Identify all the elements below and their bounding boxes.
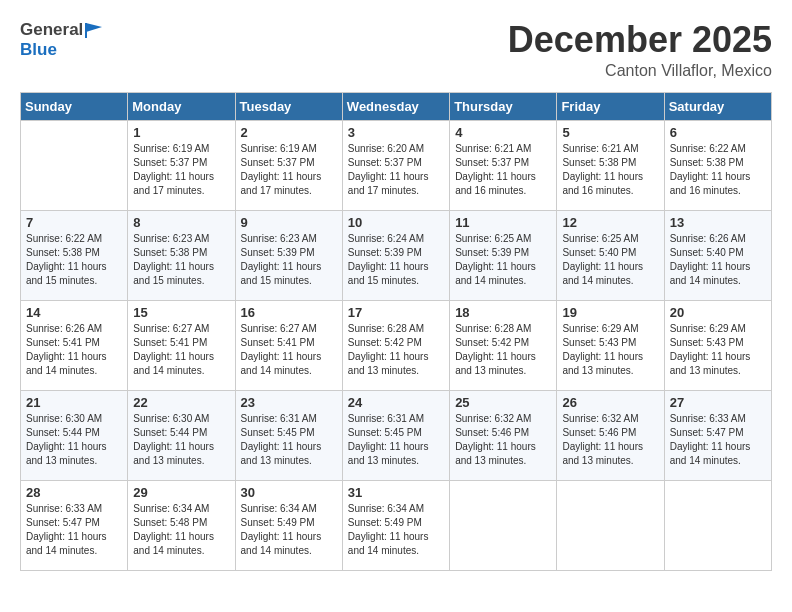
day-number: 15 (133, 305, 229, 320)
day-number: 23 (241, 395, 337, 410)
day-info: Sunrise: 6:29 AMSunset: 5:43 PMDaylight:… (562, 322, 658, 378)
day-number: 12 (562, 215, 658, 230)
calendar-cell (21, 120, 128, 210)
calendar-cell: 9Sunrise: 6:23 AMSunset: 5:39 PMDaylight… (235, 210, 342, 300)
day-number: 18 (455, 305, 551, 320)
day-info: Sunrise: 6:27 AMSunset: 5:41 PMDaylight:… (241, 322, 337, 378)
day-info: Sunrise: 6:32 AMSunset: 5:46 PMDaylight:… (562, 412, 658, 468)
day-number: 21 (26, 395, 122, 410)
calendar-cell: 24Sunrise: 6:31 AMSunset: 5:45 PMDayligh… (342, 390, 449, 480)
calendar-cell: 3Sunrise: 6:20 AMSunset: 5:37 PMDaylight… (342, 120, 449, 210)
calendar-cell: 18Sunrise: 6:28 AMSunset: 5:42 PMDayligh… (450, 300, 557, 390)
day-number: 17 (348, 305, 444, 320)
location-title: Canton Villaflor, Mexico (508, 62, 772, 80)
calendar-cell: 6Sunrise: 6:22 AMSunset: 5:38 PMDaylight… (664, 120, 771, 210)
day-info: Sunrise: 6:19 AMSunset: 5:37 PMDaylight:… (133, 142, 229, 198)
day-number: 19 (562, 305, 658, 320)
day-info: Sunrise: 6:31 AMSunset: 5:45 PMDaylight:… (241, 412, 337, 468)
day-info: Sunrise: 6:20 AMSunset: 5:37 PMDaylight:… (348, 142, 444, 198)
calendar-cell: 17Sunrise: 6:28 AMSunset: 5:42 PMDayligh… (342, 300, 449, 390)
day-number: 7 (26, 215, 122, 230)
day-number: 13 (670, 215, 766, 230)
calendar-cell: 30Sunrise: 6:34 AMSunset: 5:49 PMDayligh… (235, 480, 342, 570)
day-info: Sunrise: 6:28 AMSunset: 5:42 PMDaylight:… (455, 322, 551, 378)
calendar-cell: 2Sunrise: 6:19 AMSunset: 5:37 PMDaylight… (235, 120, 342, 210)
day-number: 26 (562, 395, 658, 410)
day-info: Sunrise: 6:30 AMSunset: 5:44 PMDaylight:… (133, 412, 229, 468)
day-number: 4 (455, 125, 551, 140)
day-info: Sunrise: 6:19 AMSunset: 5:37 PMDaylight:… (241, 142, 337, 198)
calendar-header-sunday: Sunday (21, 92, 128, 120)
day-number: 6 (670, 125, 766, 140)
calendar-cell: 20Sunrise: 6:29 AMSunset: 5:43 PMDayligh… (664, 300, 771, 390)
day-info: Sunrise: 6:34 AMSunset: 5:49 PMDaylight:… (348, 502, 444, 558)
calendar-cell: 13Sunrise: 6:26 AMSunset: 5:40 PMDayligh… (664, 210, 771, 300)
calendar-header-saturday: Saturday (664, 92, 771, 120)
calendar-cell: 15Sunrise: 6:27 AMSunset: 5:41 PMDayligh… (128, 300, 235, 390)
day-number: 31 (348, 485, 444, 500)
calendar-cell: 23Sunrise: 6:31 AMSunset: 5:45 PMDayligh… (235, 390, 342, 480)
day-number: 1 (133, 125, 229, 140)
calendar-cell: 29Sunrise: 6:34 AMSunset: 5:48 PMDayligh… (128, 480, 235, 570)
calendar-cell (664, 480, 771, 570)
logo-blue-text: Blue (20, 40, 57, 59)
calendar-header-friday: Friday (557, 92, 664, 120)
calendar-cell: 21Sunrise: 6:30 AMSunset: 5:44 PMDayligh… (21, 390, 128, 480)
day-info: Sunrise: 6:34 AMSunset: 5:49 PMDaylight:… (241, 502, 337, 558)
day-number: 9 (241, 215, 337, 230)
calendar-cell: 28Sunrise: 6:33 AMSunset: 5:47 PMDayligh… (21, 480, 128, 570)
day-info: Sunrise: 6:21 AMSunset: 5:38 PMDaylight:… (562, 142, 658, 198)
day-info: Sunrise: 6:29 AMSunset: 5:43 PMDaylight:… (670, 322, 766, 378)
day-number: 14 (26, 305, 122, 320)
day-number: 29 (133, 485, 229, 500)
day-number: 24 (348, 395, 444, 410)
calendar-cell: 25Sunrise: 6:32 AMSunset: 5:46 PMDayligh… (450, 390, 557, 480)
day-info: Sunrise: 6:21 AMSunset: 5:37 PMDaylight:… (455, 142, 551, 198)
svg-marker-0 (86, 23, 102, 32)
calendar-cell (450, 480, 557, 570)
day-info: Sunrise: 6:23 AMSunset: 5:39 PMDaylight:… (241, 232, 337, 288)
logo: General Blue (20, 20, 104, 60)
day-info: Sunrise: 6:34 AMSunset: 5:48 PMDaylight:… (133, 502, 229, 558)
calendar-cell: 26Sunrise: 6:32 AMSunset: 5:46 PMDayligh… (557, 390, 664, 480)
logo-general-text: General (20, 20, 83, 40)
day-number: 22 (133, 395, 229, 410)
calendar-cell: 19Sunrise: 6:29 AMSunset: 5:43 PMDayligh… (557, 300, 664, 390)
calendar-week-row: 28Sunrise: 6:33 AMSunset: 5:47 PMDayligh… (21, 480, 772, 570)
day-info: Sunrise: 6:30 AMSunset: 5:44 PMDaylight:… (26, 412, 122, 468)
day-info: Sunrise: 6:25 AMSunset: 5:39 PMDaylight:… (455, 232, 551, 288)
day-info: Sunrise: 6:26 AMSunset: 5:41 PMDaylight:… (26, 322, 122, 378)
calendar-header-thursday: Thursday (450, 92, 557, 120)
calendar-table: SundayMondayTuesdayWednesdayThursdayFrid… (20, 92, 772, 571)
day-info: Sunrise: 6:31 AMSunset: 5:45 PMDaylight:… (348, 412, 444, 468)
day-number: 8 (133, 215, 229, 230)
calendar-cell: 12Sunrise: 6:25 AMSunset: 5:40 PMDayligh… (557, 210, 664, 300)
day-number: 10 (348, 215, 444, 230)
day-number: 11 (455, 215, 551, 230)
calendar-cell: 1Sunrise: 6:19 AMSunset: 5:37 PMDaylight… (128, 120, 235, 210)
calendar-header-wednesday: Wednesday (342, 92, 449, 120)
title-block: December 2025 Canton Villaflor, Mexico (508, 20, 772, 80)
day-info: Sunrise: 6:24 AMSunset: 5:39 PMDaylight:… (348, 232, 444, 288)
day-number: 16 (241, 305, 337, 320)
day-info: Sunrise: 6:33 AMSunset: 5:47 PMDaylight:… (670, 412, 766, 468)
calendar-week-row: 1Sunrise: 6:19 AMSunset: 5:37 PMDaylight… (21, 120, 772, 210)
day-number: 25 (455, 395, 551, 410)
day-number: 28 (26, 485, 122, 500)
calendar-week-row: 21Sunrise: 6:30 AMSunset: 5:44 PMDayligh… (21, 390, 772, 480)
day-number: 27 (670, 395, 766, 410)
logo-flag-icon (84, 21, 104, 39)
calendar-cell (557, 480, 664, 570)
calendar-cell: 27Sunrise: 6:33 AMSunset: 5:47 PMDayligh… (664, 390, 771, 480)
day-info: Sunrise: 6:26 AMSunset: 5:40 PMDaylight:… (670, 232, 766, 288)
page: General Blue December 2025 Canton Villaf… (0, 0, 792, 612)
calendar-cell: 10Sunrise: 6:24 AMSunset: 5:39 PMDayligh… (342, 210, 449, 300)
header: General Blue December 2025 Canton Villaf… (20, 20, 772, 80)
day-info: Sunrise: 6:28 AMSunset: 5:42 PMDaylight:… (348, 322, 444, 378)
day-number: 30 (241, 485, 337, 500)
day-info: Sunrise: 6:23 AMSunset: 5:38 PMDaylight:… (133, 232, 229, 288)
calendar-week-row: 7Sunrise: 6:22 AMSunset: 5:38 PMDaylight… (21, 210, 772, 300)
calendar-cell: 8Sunrise: 6:23 AMSunset: 5:38 PMDaylight… (128, 210, 235, 300)
calendar-cell: 31Sunrise: 6:34 AMSunset: 5:49 PMDayligh… (342, 480, 449, 570)
calendar-cell: 16Sunrise: 6:27 AMSunset: 5:41 PMDayligh… (235, 300, 342, 390)
